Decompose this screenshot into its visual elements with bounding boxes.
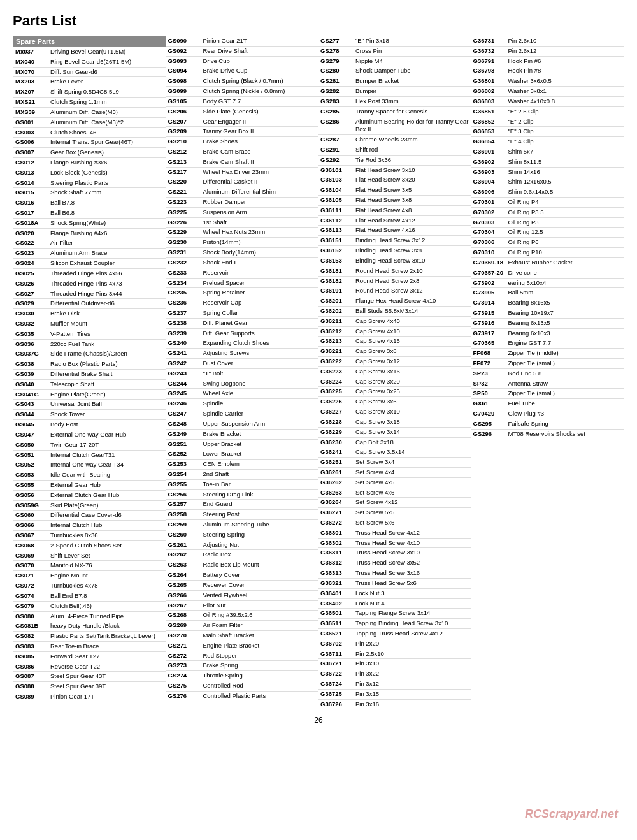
- part-description: Gear Box (Genesis): [48, 148, 166, 158]
- part-code: GS093: [166, 56, 201, 66]
- part-description: Pilot Nut: [201, 600, 318, 611]
- table-row: G36271Set Screw 5x5: [318, 508, 471, 518]
- part-description: Silicon Exhaust Coupler: [48, 259, 166, 269]
- part-description: Cap Screw 3x6: [354, 397, 471, 407]
- table-row: GS016Ball B7.8: [13, 198, 166, 208]
- part-code: GS251: [166, 439, 201, 449]
- table-row: FF068Zipper Tie (middle): [471, 349, 624, 359]
- table-row: GS027Threaded Hinge Pins 3x44: [13, 289, 166, 299]
- part-code: GS263: [166, 560, 201, 570]
- table-row: GS245Wheel Axle: [166, 389, 318, 399]
- part-code: GS238: [166, 318, 201, 328]
- part-code: G36221: [318, 347, 354, 357]
- part-code: GS248: [166, 419, 201, 429]
- table-row: G36402Lock Nut 4: [318, 598, 471, 609]
- part-description: Toe-in Bar: [201, 479, 318, 489]
- part-description: Plastic Parts Set(Tank Bracket,L Lever): [48, 632, 166, 642]
- part-code: G70304: [471, 228, 506, 238]
- table-row: GS221Aluminum Differential Shim: [166, 187, 318, 198]
- part-description: Flat Head Screw 3x8: [354, 196, 471, 206]
- part-code: Mx037: [13, 47, 48, 57]
- part-description: Steel Spur Gear 39T: [48, 682, 166, 692]
- table-row: G36321Truss Head Screw 5x6: [318, 578, 471, 588]
- part-description: Brake Cam Shaft II: [201, 157, 318, 167]
- table-row: GS030Brake Disk: [13, 309, 166, 319]
- part-description: "E" 4 Clip: [506, 137, 624, 147]
- part-description: Ball B6.8: [48, 208, 166, 219]
- part-code: G36312: [318, 558, 354, 568]
- part-description: Cap Bolt 3x18: [354, 437, 471, 447]
- parts-grid: Spare PartsMx037Driving Bevel Gear(9T1.5…: [13, 36, 624, 709]
- table-row: GS265Receiver Cover: [166, 580, 318, 590]
- part-code: G36725: [318, 689, 354, 699]
- part-description: Washer 3x8x1: [506, 87, 624, 97]
- table-row: GS020Flange Bushing #4x6: [13, 228, 166, 238]
- part-code: GS270: [166, 630, 201, 641]
- parts-table: G36731Pin 2.6x10G36732Pin 2.6x12G36791Ho…: [471, 36, 624, 439]
- part-code: G73914: [471, 298, 506, 308]
- table-row: GS285Tranny Spacer for Genesis: [318, 106, 471, 117]
- part-code: GS012: [13, 157, 48, 168]
- part-code: GS241: [166, 349, 201, 359]
- part-code: MXS39: [13, 107, 48, 117]
- part-code: G36226: [318, 397, 354, 407]
- part-code: GS094: [166, 66, 201, 76]
- part-code: GS253: [166, 460, 201, 470]
- part-code: G36228: [318, 417, 354, 427]
- part-description: Pin 3x16: [354, 699, 471, 709]
- table-row: G36311Truss Head Screw 3x10: [318, 548, 471, 558]
- part-description: Aluminum Differential Shim: [201, 187, 318, 198]
- part-description: Diff. Gear Supports: [201, 328, 318, 338]
- part-code: G36112: [318, 215, 354, 226]
- part-code: GS267: [166, 600, 201, 611]
- table-row: GS067Turnbuckles 8x36: [13, 531, 166, 541]
- part-code: G36801: [471, 76, 506, 87]
- table-row: G36202Ball Studs B5.8xM3x14: [318, 306, 471, 316]
- part-code: G36101: [318, 165, 354, 175]
- part-description: Pin 2x20: [354, 639, 471, 649]
- part-code: GS092: [166, 46, 201, 56]
- part-code: G36227: [318, 407, 354, 417]
- part-code: G36103: [318, 175, 354, 185]
- part-description: Receiver Cover: [201, 580, 318, 590]
- part-description: Washer 3x6x0.5: [506, 76, 624, 87]
- table-row: GS274Throttle Spring: [166, 671, 318, 681]
- part-code: GS259: [166, 520, 201, 530]
- part-code: G36902: [471, 157, 506, 167]
- part-code: G36152: [318, 246, 354, 256]
- table-row: G36724Pin 3x12: [318, 679, 471, 690]
- part-code: GS035: [13, 329, 48, 339]
- part-description: Binding Head Screw 3x8: [354, 246, 471, 256]
- table-row: GS240Expanding Clutch Shoes: [166, 338, 318, 349]
- part-description: Rear Toe-in Brace: [48, 641, 166, 651]
- part-description: Pin 3x22: [354, 669, 471, 679]
- table-row: G36226Cap Screw 3x6: [318, 397, 471, 407]
- part-code: GS260: [166, 530, 201, 540]
- table-row: G36229Cap Screw 3x14: [318, 427, 471, 437]
- part-code: G36702: [318, 639, 354, 649]
- table-row: GS094Brake Drive Cup: [166, 66, 318, 76]
- part-code: G70310: [471, 248, 506, 258]
- part-code: G36222: [318, 357, 354, 367]
- table-row: G36732Pin 2.6x12: [471, 46, 624, 56]
- part-code: GS282: [318, 87, 354, 97]
- table-row: G36903Shim 14x16: [471, 167, 624, 177]
- part-code: GS032: [13, 319, 48, 329]
- table-row: G36111Flat Head Screw 4x8: [318, 205, 471, 215]
- part-description: Expanding Clutch Shoes: [201, 338, 318, 349]
- part-code: GS041G: [13, 389, 48, 400]
- table-row: GS213Brake Cam Shaft II: [166, 157, 318, 167]
- part-description: Spring Retainer: [201, 288, 318, 298]
- part-description: Spindle Carrier: [201, 409, 318, 419]
- part-description: Flange Bushing #4x6: [48, 228, 166, 238]
- part-description: Hook Pin #8: [506, 66, 624, 76]
- part-code: GS242: [166, 359, 201, 369]
- table-row: G36711Pin 2.5x10: [318, 649, 471, 659]
- part-code: G36229: [318, 427, 354, 437]
- table-row: GS239Diff. Gear Supports: [166, 328, 318, 338]
- part-description: Cap Screw 3x20: [354, 377, 471, 387]
- part-code: GS230: [166, 238, 201, 248]
- part-code: GS047: [13, 430, 48, 440]
- part-code: GS296: [471, 429, 506, 438]
- part-description: Idle Gear with Bearing: [48, 470, 166, 481]
